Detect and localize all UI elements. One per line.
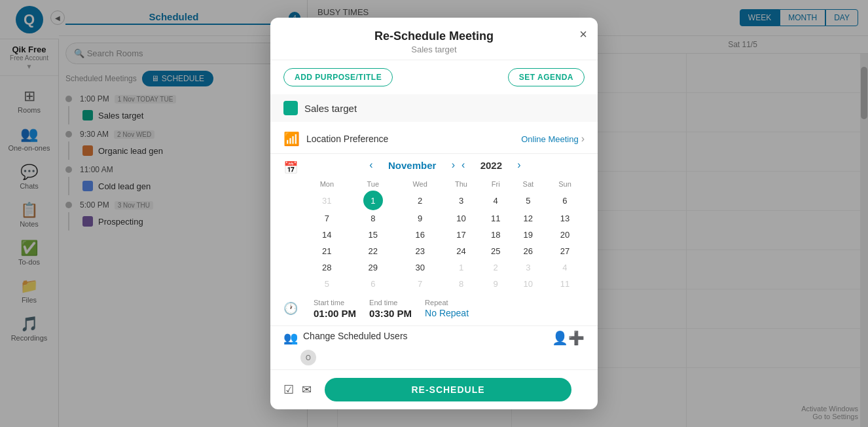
cal-day-4[interactable]: 4 bbox=[480, 191, 511, 210]
meeting-title-row: Sales target bbox=[270, 94, 598, 122]
cal-day-9[interactable]: 9 bbox=[398, 210, 442, 227]
repeat-value: No Repeat bbox=[425, 308, 469, 318]
cal-row-2: 7 8 9 10 11 12 13 bbox=[306, 210, 585, 227]
set-agenda-button[interactable]: SET AGENDA bbox=[508, 68, 585, 86]
checkbox-icon-button[interactable]: ☑ bbox=[283, 382, 294, 397]
cal-day-2[interactable]: 2 bbox=[398, 191, 442, 210]
cal-day-28[interactable]: 28 bbox=[306, 259, 348, 276]
users-list: O bbox=[283, 350, 585, 365]
repeat-group[interactable]: Repeat No Repeat bbox=[425, 299, 469, 318]
cal-day-5-next[interactable]: 5 bbox=[306, 276, 348, 292]
location-row[interactable]: 📶 Location Preference Online Meeting › bbox=[270, 124, 598, 154]
cal-day-24[interactable]: 24 bbox=[442, 243, 480, 259]
modal-overlay: Re-Schedule Meeting Sales target × ADD P… bbox=[0, 0, 868, 427]
cal-header-sat: Sat bbox=[511, 177, 545, 191]
time-section: 🕐 Start time 01:00 PM End time 03:30 PM … bbox=[270, 292, 598, 325]
cal-day-25[interactable]: 25 bbox=[480, 243, 511, 259]
cal-row-5: 28 29 30 1 2 3 4 bbox=[306, 259, 585, 276]
cal-row-4: 21 22 23 24 25 26 27 bbox=[306, 243, 585, 259]
cal-day-23[interactable]: 23 bbox=[398, 243, 442, 259]
year-next-button[interactable]: › bbox=[517, 159, 520, 171]
clock-icon: 🕐 bbox=[283, 301, 298, 316]
cal-day-3-next[interactable]: 3 bbox=[511, 259, 545, 276]
email-icon-button[interactable]: ✉ bbox=[302, 382, 312, 397]
cal-header-wed: Wed bbox=[398, 177, 442, 191]
cal-day-16[interactable]: 16 bbox=[398, 227, 442, 243]
end-time-label: End time bbox=[369, 299, 412, 306]
change-users-label: Change Scheduled Users bbox=[303, 331, 408, 341]
cal-day-13[interactable]: 13 bbox=[545, 210, 585, 227]
reschedule-button[interactable]: RE-SCHEDULE bbox=[325, 378, 571, 401]
cal-day-4-next[interactable]: 4 bbox=[545, 259, 585, 276]
cal-day-8[interactable]: 8 bbox=[348, 210, 398, 227]
calendar-year: 2022 bbox=[471, 160, 511, 171]
cal-row-3: 14 15 16 17 18 19 20 bbox=[306, 227, 585, 243]
users-icon: 👥 bbox=[283, 331, 298, 345]
add-purpose-button[interactable]: ADD PURPOSE/TITLE bbox=[283, 68, 393, 86]
cal-day-27[interactable]: 27 bbox=[545, 243, 585, 259]
meeting-title-text: Sales target bbox=[304, 103, 357, 114]
cal-day-9-next[interactable]: 9 bbox=[480, 276, 511, 292]
cal-header-mon: Mon bbox=[306, 177, 348, 191]
cal-day-22[interactable]: 22 bbox=[348, 243, 398, 259]
cal-day-6-next[interactable]: 6 bbox=[348, 276, 398, 292]
cal-day-14[interactable]: 14 bbox=[306, 227, 348, 243]
cal-day-19[interactable]: 19 bbox=[511, 227, 545, 243]
calendar-icon-row: 📅 ‹ November › ‹ 2022 › Mon Tue Wed bbox=[270, 154, 598, 292]
start-time-value: 01:00 PM bbox=[314, 308, 356, 319]
cal-day-8-next[interactable]: 8 bbox=[442, 276, 480, 292]
wifi-icon: 📶 bbox=[283, 131, 300, 147]
cal-day-11-next[interactable]: 11 bbox=[545, 276, 585, 292]
users-section: 👥 Change Scheduled Users 👤➕ O bbox=[270, 325, 598, 369]
footer-icons: ☑ ✉ bbox=[283, 382, 312, 397]
calendar-nav: ‹ November › ‹ 2022 › bbox=[306, 159, 585, 171]
cal-day-30[interactable]: 30 bbox=[398, 259, 442, 276]
cal-day-15[interactable]: 15 bbox=[348, 227, 398, 243]
end-time-group[interactable]: End time 03:30 PM bbox=[369, 299, 412, 319]
add-user-icon[interactable]: 👤➕ bbox=[552, 330, 585, 346]
cal-day-11[interactable]: 11 bbox=[480, 210, 511, 227]
cal-header-sun: Sun bbox=[545, 177, 585, 191]
calendar-grid: Mon Tue Wed Thu Fri Sat Sun 31 1 bbox=[306, 177, 585, 292]
calendar-section: ‹ November › ‹ 2022 › Mon Tue Wed Thu bbox=[306, 159, 585, 292]
cal-day-12[interactable]: 12 bbox=[511, 210, 545, 227]
location-label: Location Preference bbox=[306, 134, 521, 144]
month-next-button[interactable]: › bbox=[452, 159, 455, 171]
cal-day-20[interactable]: 20 bbox=[545, 227, 585, 243]
cal-day-5[interactable]: 5 bbox=[511, 191, 545, 210]
modal-footer: ☑ ✉ RE-SCHEDULE bbox=[270, 369, 598, 409]
cal-day-7-next[interactable]: 7 bbox=[398, 276, 442, 292]
calendar-month: November bbox=[380, 160, 445, 171]
start-time-group[interactable]: Start time 01:00 PM bbox=[314, 299, 356, 319]
cal-day-29[interactable]: 29 bbox=[348, 259, 398, 276]
month-prev-button[interactable]: ‹ bbox=[369, 159, 372, 171]
cal-day-17[interactable]: 17 bbox=[442, 227, 480, 243]
cal-day-31[interactable]: 31 bbox=[306, 191, 348, 210]
cal-header-thu: Thu bbox=[442, 177, 480, 191]
cal-day-18[interactable]: 18 bbox=[480, 227, 511, 243]
modal-subtitle: Sales target bbox=[283, 45, 585, 54]
cal-row-1: 31 1 2 3 4 5 6 bbox=[306, 191, 585, 210]
cal-day-10-next[interactable]: 10 bbox=[511, 276, 545, 292]
modal-actions: ADD PURPOSE/TITLE SET AGENDA bbox=[270, 60, 598, 94]
cal-day-21[interactable]: 21 bbox=[306, 243, 348, 259]
cal-day-7[interactable]: 7 bbox=[306, 210, 348, 227]
cal-day-1-selected[interactable]: 1 bbox=[348, 191, 398, 210]
calendar-icon: 📅 bbox=[283, 160, 298, 175]
cal-day-10[interactable]: 10 bbox=[442, 210, 480, 227]
location-value: Online Meeting bbox=[521, 134, 578, 144]
end-time-value: 03:30 PM bbox=[369, 308, 412, 319]
cal-day-2-next[interactable]: 2 bbox=[480, 259, 511, 276]
year-prev-button[interactable]: ‹ bbox=[461, 159, 465, 171]
cal-row-6: 5 6 7 8 9 10 11 bbox=[306, 276, 585, 292]
cal-day-1-next[interactable]: 1 bbox=[442, 259, 480, 276]
cal-day-3[interactable]: 3 bbox=[442, 191, 480, 210]
repeat-label: Repeat bbox=[425, 299, 469, 306]
modal-close-button[interactable]: × bbox=[579, 27, 587, 42]
modal-title: Re-Schedule Meeting bbox=[283, 29, 585, 43]
cal-day-6[interactable]: 6 bbox=[545, 191, 585, 210]
cal-day-26[interactable]: 26 bbox=[511, 243, 545, 259]
cal-header-fri: Fri bbox=[480, 177, 511, 191]
meeting-color-block bbox=[283, 101, 298, 115]
user-avatar-ojas: O bbox=[300, 350, 316, 365]
